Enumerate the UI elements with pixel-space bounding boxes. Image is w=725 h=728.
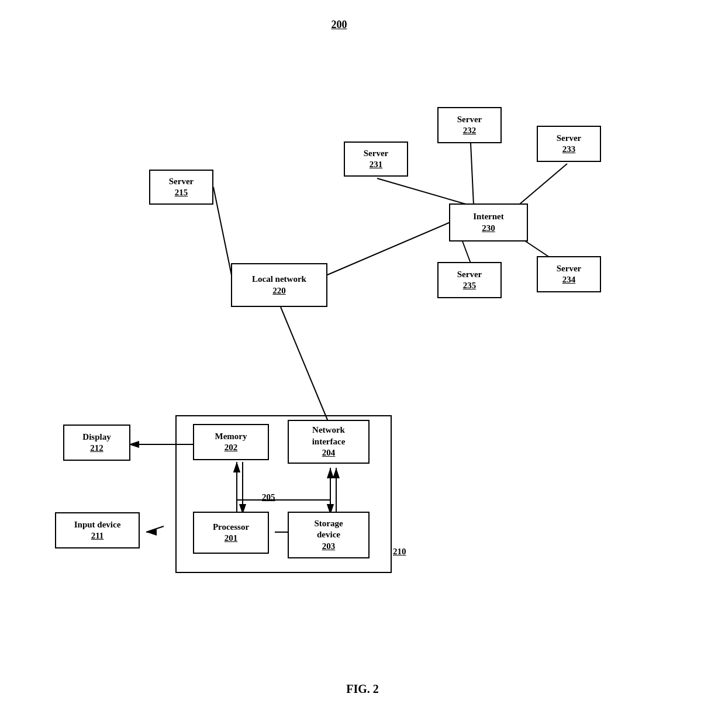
node-server-215: Server 215 — [149, 170, 213, 205]
node-server-234: Server 234 — [537, 256, 601, 292]
svg-line-3 — [471, 143, 474, 205]
node-display-212: Display 212 — [63, 425, 130, 461]
node-server-235: Server 235 — [437, 262, 502, 298]
figure-title: 200 — [332, 19, 347, 31]
label-210: 210 — [393, 547, 406, 557]
label-205: 205 — [262, 492, 275, 502]
svg-marker-20 — [146, 529, 157, 536]
node-server-231: Server 231 — [344, 142, 408, 177]
node-processor-201: Processor 201 — [193, 512, 269, 554]
svg-line-7 — [281, 307, 330, 427]
node-network-interface-204: Networkinterface 204 — [288, 420, 370, 464]
figure-caption: FIG. 2 — [346, 682, 379, 696]
node-internet-230: Internet 230 — [449, 203, 528, 241]
node-memory-202: Memory 202 — [193, 424, 269, 460]
node-server-233: Server 233 — [537, 126, 601, 162]
svg-line-19 — [146, 526, 164, 532]
diagram-container: 200 — [0, 0, 725, 728]
diagram-lines — [0, 0, 725, 728]
svg-line-2 — [377, 178, 468, 205]
svg-line-6 — [462, 240, 471, 263]
svg-line-1 — [327, 222, 450, 275]
node-server-232: Server 232 — [437, 107, 502, 143]
node-local-network-220: Local network 220 — [231, 263, 327, 307]
node-input-device-211: Input device 211 — [55, 512, 140, 548]
node-storage-203: Storagedevice 203 — [288, 512, 370, 558]
